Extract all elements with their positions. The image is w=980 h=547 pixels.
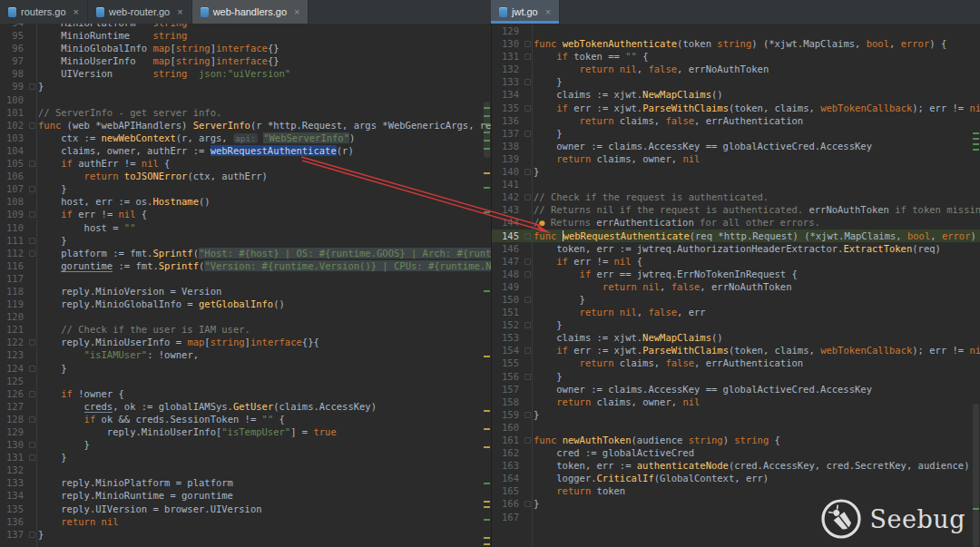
stripe-mark[interactable] xyxy=(973,149,979,151)
line-number: 148 xyxy=(492,268,522,280)
fold-marker-icon[interactable] xyxy=(522,293,534,306)
fold-marker-icon[interactable] xyxy=(522,268,534,280)
fold-marker-icon[interactable] xyxy=(522,127,534,140)
fold-marker-icon[interactable] xyxy=(26,362,38,375)
stripe-mark[interactable] xyxy=(973,132,979,134)
line-number: 144 xyxy=(492,216,522,229)
gutter-spacer xyxy=(26,425,38,438)
fold-marker-icon[interactable] xyxy=(26,157,38,170)
code-line: 118 reply.MinioVersion = Version xyxy=(0,285,491,298)
fold-marker-icon[interactable] xyxy=(522,497,534,510)
tab-label: web-handlers.go xyxy=(213,6,287,17)
tab-close-icon[interactable]: × xyxy=(294,6,299,17)
stripe-mark[interactable] xyxy=(484,132,490,133)
code-text: token, err := jwtreq.AuthorizationHeader… xyxy=(534,242,980,255)
fold-marker-icon[interactable] xyxy=(522,408,534,421)
fold-marker-icon[interactable] xyxy=(522,75,534,88)
stripe-mark[interactable] xyxy=(484,115,490,117)
tab-routers-go[interactable]: routers.go× xyxy=(0,0,88,24)
stripe-mark[interactable] xyxy=(484,187,490,189)
line-number: 129 xyxy=(0,425,26,438)
fold-marker-icon[interactable] xyxy=(26,528,38,541)
fold-marker-icon[interactable] xyxy=(26,247,38,259)
fold-marker-icon[interactable] xyxy=(522,50,534,63)
code-text: } xyxy=(38,80,491,93)
fold-marker-icon[interactable] xyxy=(26,336,38,348)
fold-marker-icon[interactable] xyxy=(26,413,38,425)
line-number: 105 xyxy=(0,157,26,170)
tab-web-handlers-go[interactable]: web-handlers.go× xyxy=(192,0,309,24)
editor-pane-web-handlers[interactable]: 94 MinioPlatform string95 MinioRuntime s… xyxy=(0,24,492,547)
scrollbar-error-stripe-left[interactable] xyxy=(483,24,491,547)
code-text: return claims, false, errAuthentication xyxy=(534,114,980,127)
stripe-mark[interactable] xyxy=(484,428,490,430)
code-text: ctx := newWebContext(r, args, api: "WebS… xyxy=(38,132,491,144)
stripe-mark[interactable] xyxy=(484,148,490,150)
gutter-spacer xyxy=(26,375,38,387)
fold-marker-icon[interactable] xyxy=(26,451,38,464)
line-number: 155 xyxy=(492,357,522,369)
line-number: 109 xyxy=(0,208,26,220)
fold-marker-icon[interactable] xyxy=(522,434,534,446)
code-text: return token xyxy=(534,484,980,497)
stripe-mark[interactable] xyxy=(484,506,490,508)
stripe-mark[interactable] xyxy=(973,138,979,140)
fold-marker-icon[interactable] xyxy=(522,370,534,383)
fold-marker-icon[interactable] xyxy=(26,438,38,451)
fold-marker-icon[interactable] xyxy=(522,318,534,331)
line-number: 134 xyxy=(492,88,522,101)
fold-marker-icon[interactable] xyxy=(26,387,38,400)
scrollbar-thumb[interactable] xyxy=(973,404,979,547)
line-number: 142 xyxy=(492,190,522,203)
fold-marker-icon[interactable] xyxy=(26,234,38,247)
stripe-mark[interactable] xyxy=(484,123,490,125)
stripe-mark[interactable] xyxy=(484,519,490,521)
fold-marker-icon[interactable] xyxy=(26,208,38,220)
gutter-spacer xyxy=(26,195,38,208)
fold-marker-icon[interactable] xyxy=(26,182,38,195)
stripe-mark[interactable] xyxy=(484,356,490,357)
line-number: 136 xyxy=(0,515,26,528)
tab-close-icon[interactable]: × xyxy=(74,6,79,17)
fold-marker-icon[interactable] xyxy=(522,230,534,242)
stripe-mark[interactable] xyxy=(484,446,490,448)
stripe-mark[interactable] xyxy=(484,501,490,503)
tab-close-icon[interactable]: × xyxy=(177,6,182,17)
line-number: 125 xyxy=(0,375,26,387)
tab-jwt-go[interactable]: jwt.go× xyxy=(491,0,560,24)
line-number: 102 xyxy=(0,119,26,132)
editor-pane-jwt[interactable]: 129130func webTokenAuthenticate(token st… xyxy=(492,24,980,547)
gutter-spacer xyxy=(522,306,534,318)
fold-marker-icon[interactable] xyxy=(26,80,38,93)
code-line: 124 } xyxy=(0,362,491,375)
fold-marker-icon[interactable] xyxy=(522,102,534,114)
tab-close-icon[interactable]: × xyxy=(545,6,551,17)
fold-marker-icon[interactable] xyxy=(522,344,534,357)
stripe-mark[interactable] xyxy=(484,107,490,109)
stripe-mark[interactable] xyxy=(484,543,490,545)
stripe-mark[interactable] xyxy=(484,140,490,142)
tab-web-router-go[interactable]: web-router.go× xyxy=(88,0,192,24)
stripe-mark[interactable] xyxy=(973,143,979,145)
stripe-mark[interactable] xyxy=(484,483,490,484)
stripe-mark[interactable] xyxy=(484,290,490,292)
stripe-mark[interactable] xyxy=(484,410,490,412)
stripe-mark[interactable] xyxy=(484,211,490,213)
stripe-mark[interactable] xyxy=(973,508,979,510)
go-file-icon xyxy=(8,7,16,17)
fold-marker-icon[interactable] xyxy=(522,37,534,50)
fold-marker-icon[interactable] xyxy=(522,255,534,268)
stripe-mark[interactable] xyxy=(484,537,490,539)
gutter-spacer xyxy=(522,178,534,190)
fold-marker-icon[interactable] xyxy=(26,119,38,132)
gutter-spacer xyxy=(26,503,38,515)
gutter-spacer xyxy=(26,285,38,298)
fold-marker-icon[interactable] xyxy=(522,165,534,178)
fold-marker-icon[interactable] xyxy=(522,190,534,203)
line-number: 112 xyxy=(0,247,26,259)
gutter-spacer xyxy=(522,114,534,127)
stripe-mark[interactable] xyxy=(484,172,490,174)
code-text: return claims, owner, nil xyxy=(534,396,980,408)
scrollbar-error-stripe-right[interactable] xyxy=(972,24,980,547)
gutter-spacer xyxy=(26,272,38,285)
